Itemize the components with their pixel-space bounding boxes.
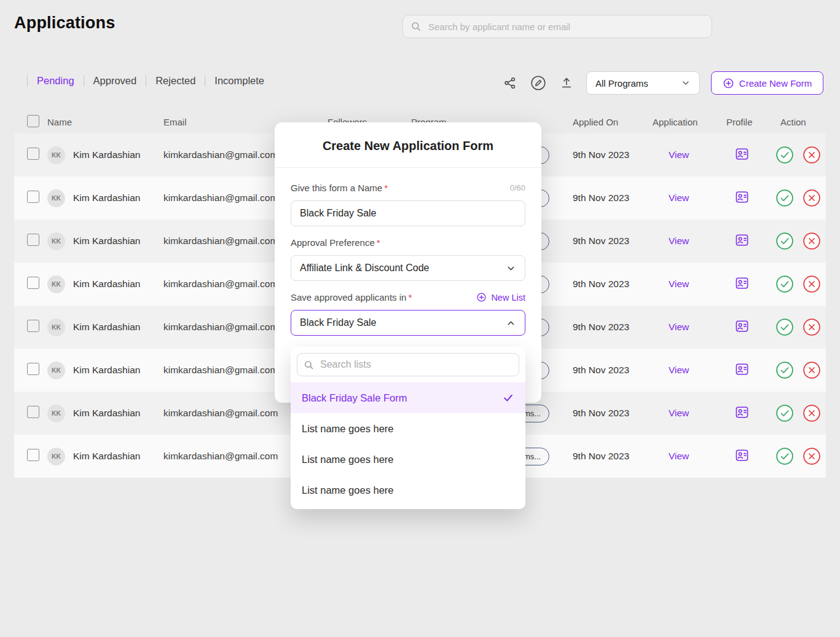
approve-button[interactable] — [775, 189, 794, 207]
modal-title: Create New Application Form — [287, 139, 529, 153]
reject-button[interactable] — [803, 404, 821, 422]
column-profile: Profile — [726, 117, 775, 127]
row-checkbox[interactable] — [27, 234, 39, 246]
approval-preference-label: Approval Preference — [291, 237, 375, 248]
profile-button[interactable] — [735, 276, 749, 290]
form-name-label: Give this form a Name — [291, 183, 382, 193]
profile-card-icon — [735, 147, 749, 161]
profile-button[interactable] — [735, 362, 749, 376]
select-all-checkbox[interactable] — [27, 115, 39, 127]
save-list-value: Black Friday Sale — [300, 317, 377, 328]
reject-button[interactable] — [803, 447, 821, 465]
create-new-form-button[interactable]: Create New Form — [711, 71, 823, 95]
search-bar[interactable] — [402, 15, 712, 38]
status-tab[interactable]: Pending — [27, 75, 84, 87]
programs-filter-select[interactable]: All Programs — [586, 71, 700, 95]
applicant-name: Kim Kardashian — [73, 365, 140, 376]
lists-dropdown: Black Friday Sale Form List name goes he… — [291, 347, 525, 509]
column-application: Application — [653, 117, 726, 127]
view-application-link[interactable]: View — [653, 365, 689, 375]
applied-on: 9th Nov 2023 — [573, 192, 653, 204]
profile-button[interactable] — [735, 405, 749, 419]
view-application-link[interactable]: View — [653, 192, 689, 203]
reject-button[interactable] — [803, 189, 821, 207]
x-circle-icon — [803, 318, 821, 336]
avatar: KK — [47, 318, 65, 336]
lists-search-bar[interactable] — [297, 353, 519, 376]
create-new-form-label: Create New Form — [739, 78, 812, 89]
applicant-name: Kim Kardashian — [73, 322, 140, 333]
profile-button[interactable] — [735, 448, 749, 462]
view-application-link[interactable]: View — [653, 451, 689, 461]
view-application-link[interactable]: View — [653, 149, 689, 160]
share-icon — [503, 76, 517, 90]
view-application-link[interactable]: View — [653, 279, 689, 289]
list-option[interactable]: List name goes here — [291, 475, 525, 505]
view-application-link[interactable]: View — [653, 408, 689, 418]
upload-button[interactable] — [558, 74, 575, 92]
edit-button[interactable] — [530, 74, 547, 92]
search-icon — [304, 360, 314, 370]
profile-button[interactable] — [735, 319, 749, 333]
applied-on: 9th Nov 2023 — [573, 408, 653, 419]
row-checkbox[interactable] — [27, 406, 39, 418]
view-application-link[interactable]: View — [653, 235, 689, 246]
list-option[interactable]: Black Friday Sale Form — [291, 382, 525, 413]
view-application-link[interactable]: View — [653, 322, 689, 332]
profile-card-icon — [735, 405, 749, 419]
save-list-select[interactable]: Black Friday Sale — [291, 310, 525, 336]
check-circle-icon — [775, 146, 794, 164]
lists-options: Black Friday Sale Form List name goes he… — [291, 382, 525, 505]
avatar: KK — [47, 448, 65, 465]
approval-preference-select[interactable]: Affiliate Link & Discount Code — [291, 255, 525, 281]
form-name-field: Give this form a Name* 0/60 — [291, 183, 525, 226]
approve-button[interactable] — [775, 361, 794, 379]
form-name-input[interactable] — [291, 200, 525, 226]
approval-preference-field: Approval Preference* Affiliate Link & Di… — [291, 237, 525, 281]
row-checkbox[interactable] — [27, 148, 39, 160]
column-action: Action — [775, 117, 826, 127]
list-option[interactable]: List name goes here — [291, 413, 525, 444]
row-checkbox[interactable] — [27, 277, 39, 289]
profile-card-icon — [735, 448, 749, 462]
programs-filter-value: All Programs — [595, 78, 648, 89]
reject-button[interactable] — [803, 361, 821, 379]
row-checkbox[interactable] — [27, 449, 39, 461]
reject-button[interactable] — [803, 318, 821, 336]
profile-button[interactable] — [735, 190, 749, 204]
list-option-label: List name goes here — [302, 454, 394, 465]
applicant-name: Kim Kardashian — [73, 192, 140, 204]
toolbar: All Programs Create New Form — [501, 71, 823, 95]
profile-button[interactable] — [735, 233, 749, 247]
column-applied-on: Applied On — [573, 117, 653, 127]
profile-card-icon — [735, 276, 749, 290]
new-list-label: New List — [491, 293, 525, 303]
status-tab[interactable]: Rejected — [146, 75, 205, 87]
row-checkbox[interactable] — [27, 320, 39, 332]
search-icon — [410, 21, 422, 32]
reject-button[interactable] — [803, 232, 821, 250]
char-counter: 0/60 — [510, 183, 525, 192]
row-checkbox[interactable] — [27, 363, 39, 375]
share-button[interactable] — [501, 74, 519, 92]
approve-button[interactable] — [775, 275, 794, 293]
search-input[interactable] — [427, 21, 704, 33]
check-circle-icon — [775, 232, 794, 250]
new-list-button[interactable]: New List — [476, 292, 525, 303]
lists-search-input[interactable] — [319, 358, 512, 371]
approve-button[interactable] — [775, 146, 794, 164]
reject-button[interactable] — [803, 275, 821, 293]
avatar: KK — [47, 146, 65, 164]
list-option[interactable]: List name goes here — [291, 444, 525, 475]
profile-button[interactable] — [735, 147, 749, 161]
avatar: KK — [47, 189, 65, 207]
approve-button[interactable] — [775, 318, 794, 336]
list-option-label: Black Friday Sale Form — [302, 392, 407, 404]
approve-button[interactable] — [775, 447, 794, 465]
status-tab[interactable]: Incomplete — [205, 75, 273, 87]
reject-button[interactable] — [803, 146, 821, 164]
approve-button[interactable] — [775, 404, 794, 422]
approve-button[interactable] — [775, 232, 794, 250]
status-tab[interactable]: Approved — [84, 75, 146, 87]
row-checkbox[interactable] — [27, 191, 39, 203]
